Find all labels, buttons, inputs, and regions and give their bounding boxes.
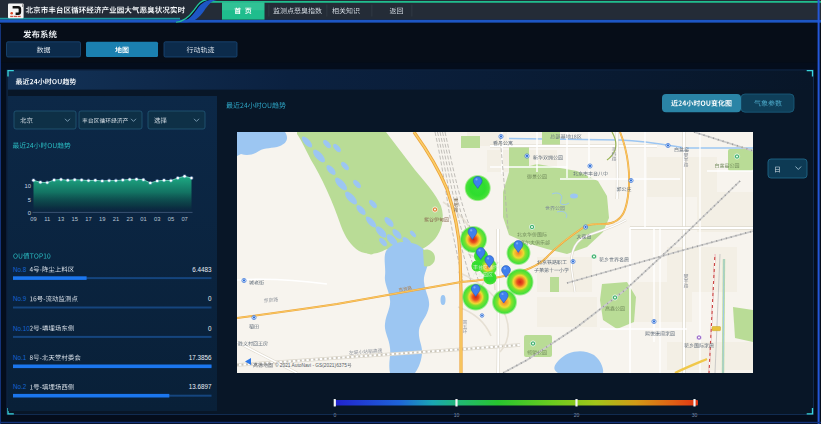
svg-text:13: 13 xyxy=(58,216,64,222)
svg-text:11: 11 xyxy=(44,216,50,222)
svg-text:0: 0 xyxy=(208,295,212,302)
svg-text:No.2: No.2 xyxy=(13,383,27,390)
svg-text:01: 01 xyxy=(140,216,146,222)
svg-text:17.3856: 17.3856 xyxy=(189,354,212,361)
svg-text:No.8: No.8 xyxy=(13,266,27,273)
svg-text:No.9: No.9 xyxy=(13,295,27,302)
svg-text:No.1: No.1 xyxy=(13,354,27,361)
svg-text:No.10: No.10 xyxy=(13,325,30,332)
svg-text:07: 07 xyxy=(181,216,187,222)
svg-text:10: 10 xyxy=(25,183,31,189)
svg-text:17: 17 xyxy=(85,216,91,222)
svg-text:0: 0 xyxy=(208,325,212,332)
svg-text:15: 15 xyxy=(71,216,77,222)
svg-text:23: 23 xyxy=(126,216,132,222)
svg-text:13.6897: 13.6897 xyxy=(189,383,212,390)
svg-text:20: 20 xyxy=(574,412,580,418)
svg-text:30: 30 xyxy=(692,412,698,418)
svg-text:05: 05 xyxy=(168,216,174,222)
svg-text:10: 10 xyxy=(454,412,460,418)
svg-text:© 2021 AutoNavi - GS(2021)6375: © 2021 AutoNavi - GS(2021)6375 xyxy=(275,362,347,368)
svg-text:19: 19 xyxy=(99,216,105,222)
svg-text:09: 09 xyxy=(30,216,36,222)
svg-text:21: 21 xyxy=(113,216,119,222)
svg-text:6.4483: 6.4483 xyxy=(192,266,212,273)
svg-text:5: 5 xyxy=(28,197,31,203)
svg-text:0: 0 xyxy=(333,412,336,418)
svg-text:03: 03 xyxy=(154,216,160,222)
